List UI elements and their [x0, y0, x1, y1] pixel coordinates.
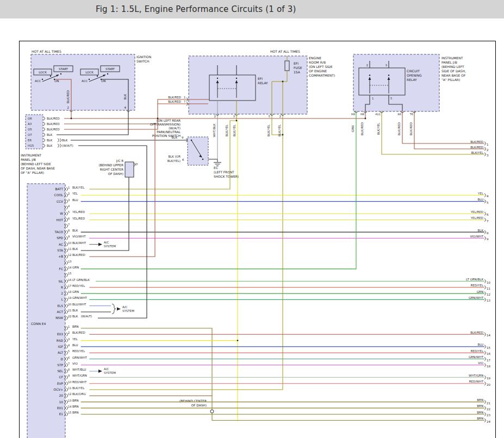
- pin-number: 6: [182, 158, 184, 161]
- wire-color-label: YEL/RED: [470, 210, 483, 214]
- wire-color-label: BLU: [477, 198, 483, 201]
- pin-bracket: [484, 153, 486, 156]
- ecm-pin-number: 2: [68, 192, 70, 195]
- wire-color-label: VIO: [478, 361, 483, 365]
- ecm-pin-name: STP: [57, 364, 63, 367]
- engine-room-name: COMPARTMENT): [309, 73, 335, 77]
- ecm-pin-number: 18: [68, 290, 71, 293]
- pin-number: 2: [279, 115, 281, 118]
- instrument-panel-jb-name: (BEHIND LEFT: [441, 65, 464, 68]
- ecm-pin-name: 2: [61, 292, 63, 295]
- circuit-number: 15: [487, 346, 490, 349]
- wire: [89, 124, 155, 256]
- junction-dot: [217, 78, 218, 79]
- wire-color-label: BLK/RED: [72, 253, 85, 256]
- wire-color-label: BLK/RED: [47, 117, 60, 120]
- wire-color-label: GRN/WHT: [469, 355, 484, 359]
- ecm-pin-name: D: [61, 358, 64, 361]
- ignition-position-label: ACC: [35, 79, 41, 83]
- jc8-name: RIGHT CENTER: [100, 168, 123, 171]
- junction-dot: [388, 74, 389, 76]
- wire-color-label: BLK/RED: [47, 128, 60, 131]
- ecm-pin-number: 11: [68, 386, 71, 390]
- pin-bracket: [484, 199, 486, 203]
- ecm-pin-name: ELS: [57, 304, 63, 308]
- wire-note: (W/A/T): [62, 144, 73, 147]
- wire-color-label: RED/YEL: [72, 349, 85, 353]
- wire-color-label: GRN: [477, 290, 483, 293]
- wire-color-label: BRN: [72, 399, 79, 402]
- wire-color-label: GRN/WHT: [72, 356, 88, 359]
- wire-color-label: GRN: [72, 290, 79, 293]
- wire: [402, 111, 484, 143]
- wire-color-label: BLK/YEL: [267, 124, 270, 136]
- wire-color-label: BRN: [477, 404, 483, 408]
- circuit-number: 14: [487, 334, 490, 337]
- pin-bracket: [484, 376, 486, 379]
- circuit-number: 9: [487, 237, 489, 241]
- engine-room-name: OF ENGINE: [309, 69, 327, 73]
- ecm-pin-name: TACO: [54, 230, 63, 234]
- instrument-panel-jb-name: NEAR BASE OF: [441, 73, 466, 77]
- wire-color-label: BLU: [72, 198, 78, 202]
- wire-color-label: BLK: [72, 315, 78, 318]
- instrument-panel-jb-name: PANEL J/B: [441, 60, 457, 65]
- ignition-switch-name: SWITCH: [136, 59, 150, 63]
- pin-bracket: [484, 382, 486, 385]
- ecm-pin-number: 8: [68, 368, 70, 371]
- ac-system-label: SYSTEM: [104, 245, 116, 248]
- jc8-box: [125, 162, 134, 177]
- wire-color-label: BRN: [72, 411, 79, 414]
- wire-color-label: BLK/RED: [66, 90, 70, 103]
- wire-color-label: BLK/YEL: [72, 186, 85, 189]
- circuit-number: 5: [487, 201, 489, 204]
- ecm-pin-name: EVP: [57, 382, 64, 385]
- junction-dot: [42, 79, 43, 80]
- ac-system-label: A/C: [104, 241, 109, 244]
- jb-pin-id: E6: [28, 139, 32, 142]
- circuit-number: 16: [487, 352, 490, 355]
- wire-color-label: BLU: [477, 343, 483, 346]
- wire-color-label: BLK/RED: [168, 96, 181, 99]
- wire-color-label: BRN: [477, 417, 483, 420]
- pin-bracket: [484, 418, 486, 422]
- wire-color-label: BLK/YEL: [471, 151, 484, 154]
- ecm-pin-name: NSW: [55, 316, 63, 320]
- wire-color-label: BRN: [477, 411, 483, 414]
- ecm-pin-name: +B: [58, 255, 63, 258]
- engine-room-name: ROOM R/B: [309, 60, 326, 64]
- wire-color-label: BLK/YEL: [233, 124, 236, 136]
- ecm-pin-name: R: [61, 286, 63, 289]
- ecm-pin-name: FC: [59, 267, 63, 271]
- ecm-pin-number: 17: [68, 284, 71, 287]
- ecm-pin-number: 15: [68, 411, 71, 414]
- wire-color-label: BLK/RED: [470, 140, 483, 143]
- wire-color-label: BLK: [72, 247, 78, 251]
- ecm-pin-name: 10: [59, 401, 64, 404]
- wire-color-label: BLU: [72, 343, 78, 347]
- ecm-pin-number: 20: [68, 303, 71, 306]
- ecm-pin-number: 21: [68, 309, 71, 312]
- ecm-pin-number: 11: [68, 247, 71, 251]
- jb-pin-id: H15: [28, 144, 34, 147]
- circuit-number: 11: [487, 287, 490, 290]
- park-neutral-name: PARK/NEUTRAL: [157, 130, 181, 134]
- wire-color-label: BLU/WHT: [72, 303, 86, 306]
- ecm-pin-number: 10: [68, 241, 71, 245]
- ecm-pin-number: 10: [68, 380, 71, 384]
- pin-number: 3: [233, 115, 235, 118]
- ecm-pin-number: 4: [68, 343, 70, 347]
- ecm-pin-name: BATT: [55, 187, 64, 191]
- ecm-pin-number: 9: [68, 235, 70, 238]
- wiring-diagram: HOT AT ALL TIMESIGNITIONSWITCHLOCKSTARTA…: [0, 0, 504, 438]
- left-jb-name: (BEHIND LEFT SIDE: [21, 162, 51, 166]
- circuit-number: 3: [487, 154, 489, 157]
- wire-color-label: RED/WHT: [469, 380, 484, 383]
- ecm-pin-name: ACT: [57, 310, 64, 314]
- wire-color-label: BLK: [72, 229, 78, 232]
- wire-color-label: YEL: [72, 192, 78, 195]
- circuit-number: 17: [487, 359, 490, 362]
- ecm-pin-name: CCV: [57, 200, 63, 203]
- ec-ground-name: SHOCK TOWER): [214, 175, 239, 178]
- jb-pin-id: O5: [28, 128, 32, 131]
